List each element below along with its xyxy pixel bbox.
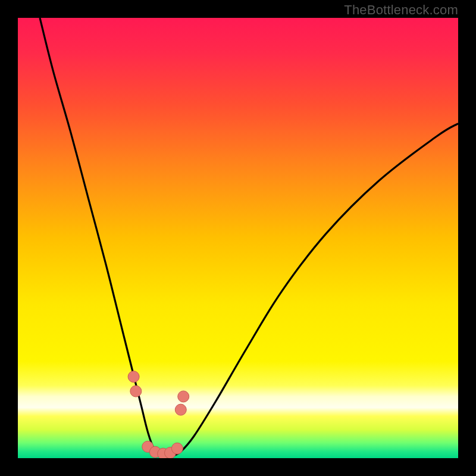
bottleneck-curve xyxy=(40,18,458,457)
marker-dot xyxy=(178,391,189,402)
marker-dot xyxy=(128,371,139,383)
plot-area xyxy=(18,18,458,458)
outer-frame: TheBottleneck.com xyxy=(0,0,476,476)
curve-layer xyxy=(18,18,458,458)
marker-group xyxy=(128,371,189,458)
marker-dot xyxy=(130,386,142,397)
watermark-text: TheBottleneck.com xyxy=(344,2,458,18)
marker-dot xyxy=(175,404,186,415)
marker-dot xyxy=(171,443,183,454)
